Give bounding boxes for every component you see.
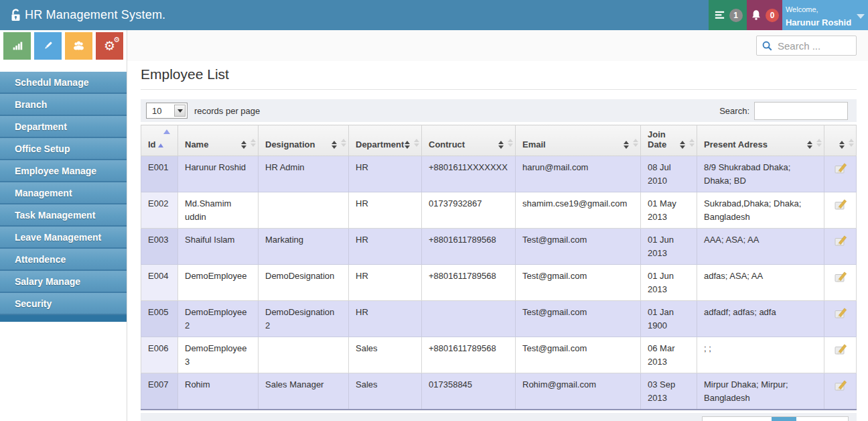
cell-designation: Sales Manager [259,373,349,410]
cell-contract: +8801611789568 [422,337,516,373]
sidebar-item-management[interactable]: Management [0,182,127,204]
employee-table: IdNameDesignationDepartmentContructEmail… [141,125,857,410]
edit-row-button[interactable] [824,229,857,265]
sidebar-item-employee-manage[interactable]: Employee Manage [0,160,127,182]
current-page-button[interactable]: 1 [772,417,797,421]
sidebar-item-salary-manage[interactable]: Salary Manage [0,271,127,293]
col-header-label: Department [356,139,404,149]
sidebar-item-task-management[interactable]: Task Management [0,204,127,227]
sidebar-item-security[interactable]: Security [0,293,127,315]
cell-join_date: 03 Sep 2013 [641,373,697,410]
col-header-contract[interactable]: Contruct [422,125,516,156]
edit-row-button[interactable] [824,156,857,192]
previous-page-button[interactable]: ← Previous [703,417,771,421]
cell-id: E005 [141,301,178,337]
cell-email: Rohim@gmail.com [516,373,641,410]
cell-present_address: ; ; [697,337,824,373]
select-dropdown-arrow-icon [174,105,186,117]
col-header-join_date[interactable]: Join Date [641,125,697,156]
sort-both-icon [680,141,685,149]
user-menu-button[interactable]: Welcome, Harunur Roshid [782,0,868,30]
table-row: E004DemoEmployeeDemoDesignationHR+880161… [141,265,857,301]
table-search-label: Search: [719,106,749,116]
alerts-count-badge: 0 [766,9,779,22]
app-brand: HR Management System. [0,0,709,30]
main-area: Employee List 10 records per page Search… [127,30,868,421]
tasks-count-badge: 1 [729,9,743,22]
col-header-label: Join Date [648,129,666,149]
col-header-label: Id [148,139,156,149]
sidebar-item-office-setup[interactable]: Office Setup [0,138,127,160]
cell-contract: +8801611789568 [422,265,516,301]
edit-icon [833,306,848,320]
edit-row-button[interactable] [824,301,857,337]
sort-both-icon [839,141,845,149]
col-header-department[interactable]: Department [349,125,422,156]
edit-row-button[interactable] [824,337,857,373]
sidebar-item-attendence[interactable]: Attendence [0,249,127,271]
edit-row-button[interactable] [824,373,857,410]
col-header-email[interactable]: Email [516,125,641,156]
edit-row-button[interactable] [824,192,857,229]
table-search-input[interactable] [754,102,848,120]
cell-id: E002 [141,192,178,229]
notifications-button[interactable]: 0 [747,0,782,30]
records-per-page-select[interactable]: 10 [146,103,188,119]
sort-both-icon [624,141,629,149]
cell-department: HR [349,301,422,337]
edit-icon [833,269,848,284]
pencil-icon [42,40,54,52]
cell-join_date: 01 Jun 2013 [641,265,697,301]
quick-action-bar-chart-button[interactable] [3,32,31,60]
top-header-bar: HR Management System. 1 0 Welcome, Harun… [0,0,868,30]
sort-ghost-icon [341,139,346,147]
page-title: Employee List [141,66,857,82]
cell-join_date: 01 May 2013 [641,192,697,229]
global-search-box[interactable] [756,36,857,56]
cell-contract [422,301,516,337]
table-row: E007RohimSales ManagerSales017358845Rohi… [141,373,857,410]
sidebar-item-leave-management[interactable]: Leave Management [0,227,127,249]
quick-action-settings-button[interactable]: ⚙⚙ [96,32,123,60]
cell-department: HR [349,229,422,265]
records-per-page-label: records per page [194,106,260,116]
table-row: E005DemoEmployee 2DemoDesignation 2HRTes… [141,301,857,337]
global-search-input[interactable] [776,38,853,54]
cell-email: Test@gmail.com [516,301,641,337]
edit-row-button[interactable] [824,265,857,301]
tasks-icon [713,9,726,21]
edit-icon [833,197,848,212]
cell-id: E006 [141,337,178,373]
col-header-id[interactable]: Id [141,125,178,156]
col-header-label: Designation [265,139,315,149]
col-header-action[interactable] [824,125,857,156]
chevron-down-icon [857,14,865,19]
gears-icon: ⚙⚙ [104,40,115,52]
cell-join_date: 08 Jul 2010 [641,156,697,192]
tasks-menu-button[interactable]: 1 [709,0,747,30]
sort-both-icon [332,141,337,149]
cell-name: DemoEmployee 2 [178,301,259,337]
table-row: E003Shaiful IslamMarkatingHR+88016117895… [141,229,857,265]
col-header-name[interactable]: Name [178,125,259,156]
sidebar-item-schedul-manage[interactable]: Schedul Manage [0,72,127,94]
quick-action-edit-button[interactable] [34,32,62,60]
cell-designation: DemoDesignation [259,265,349,301]
sidebar-item-department[interactable]: Department [0,116,127,138]
cell-present_address: 8/9 Shukrabad Dhaka; Dhaka; BD [697,156,824,192]
employee-table-head-row: IdNameDesignationDepartmentContructEmail… [141,125,857,156]
cell-department: Sales [349,373,422,410]
sidebar-menu: Schedul ManageBranchDepartmentOffice Set… [0,72,127,315]
col-header-designation[interactable]: Designation [259,125,349,156]
cell-join_date: 01 Jun 2013 [641,229,697,265]
sidebar-item-branch[interactable]: Branch [0,94,127,116]
cell-id: E003 [141,229,178,265]
next-page-button[interactable]: Next → [796,417,848,421]
page-content: Employee List 10 records per page Search… [127,61,868,421]
quick-action-users-button[interactable] [65,32,92,60]
col-header-present_address[interactable]: Present Adress [697,125,824,156]
col-header-label: Email [522,139,546,149]
cell-join_date: 01 Jan 1900 [641,301,697,337]
cell-email: shamim.cse19@gmail.com [516,192,641,229]
employee-table-body: E001Harunur RoshidHR AdminHR+8801611XXXX… [141,156,857,410]
